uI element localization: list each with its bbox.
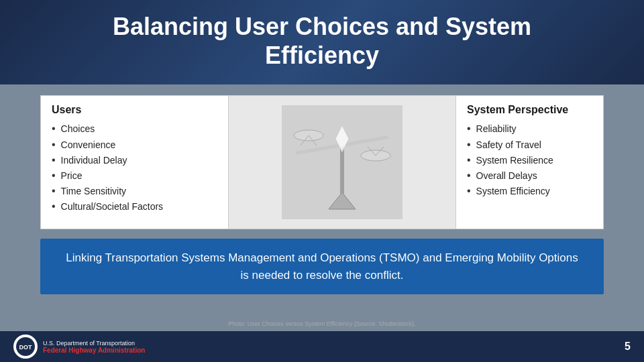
list-item: Cultural/Societal Factors [52, 200, 217, 213]
system-title: System Perspective [467, 104, 592, 116]
scale-illustration [282, 105, 402, 219]
header: Balancing User Choices and System Effici… [0, 0, 644, 84]
page-number: 5 [625, 341, 631, 353]
list-item: Price [52, 170, 217, 182]
users-list: Choices Convenience Individual Delay Pri… [52, 123, 217, 213]
list-item: Convenience [52, 139, 217, 151]
list-item: Safety of Travel [467, 139, 592, 151]
title-line1: Balancing User Choices and System [113, 13, 531, 40]
list-item: System Resilience [467, 154, 592, 166]
list-item: Overall Delays [467, 170, 592, 182]
svg-text:DOT: DOT [19, 344, 33, 351]
list-item: Individual Delay [52, 154, 217, 166]
list-item: System Efficiency [467, 185, 592, 197]
dot-logo: DOT [13, 335, 38, 359]
blue-callout-box: Linking Transportation Systems Managemen… [40, 239, 604, 294]
users-panel: Users Choices Convenience Individual Del… [41, 96, 229, 229]
main-content: Users Choices Convenience Individual Del… [0, 84, 644, 301]
dept-name: U.S. Department of Transportation [43, 340, 145, 347]
content-panel: Users Choices Convenience Individual Del… [40, 95, 604, 229]
footer: DOT U.S. Department of Transportation Fe… [0, 331, 644, 362]
callout-text: Linking Transportation Systems Managemen… [66, 251, 578, 282]
center-image [229, 96, 455, 229]
list-item: Time Sensitivity [52, 185, 217, 197]
users-title: Users [52, 104, 217, 116]
agency-name: Federal Highway Administration [43, 347, 145, 354]
system-panel: System Perspective Reliability Safety of… [455, 96, 603, 229]
footer-logo: DOT U.S. Department of Transportation Fe… [13, 335, 145, 359]
slide-title: Balancing User Choices and System Effici… [27, 12, 617, 70]
list-item: Reliability [467, 123, 592, 135]
list-item: Choices [52, 123, 217, 135]
footer-agency-text: U.S. Department of Transportation Federa… [43, 340, 145, 354]
system-list: Reliability Safety of Travel System Resi… [467, 123, 592, 197]
title-line2: Efficiency [265, 42, 379, 69]
photo-credit: Photo: User Choices versus System Effici… [228, 320, 415, 327]
